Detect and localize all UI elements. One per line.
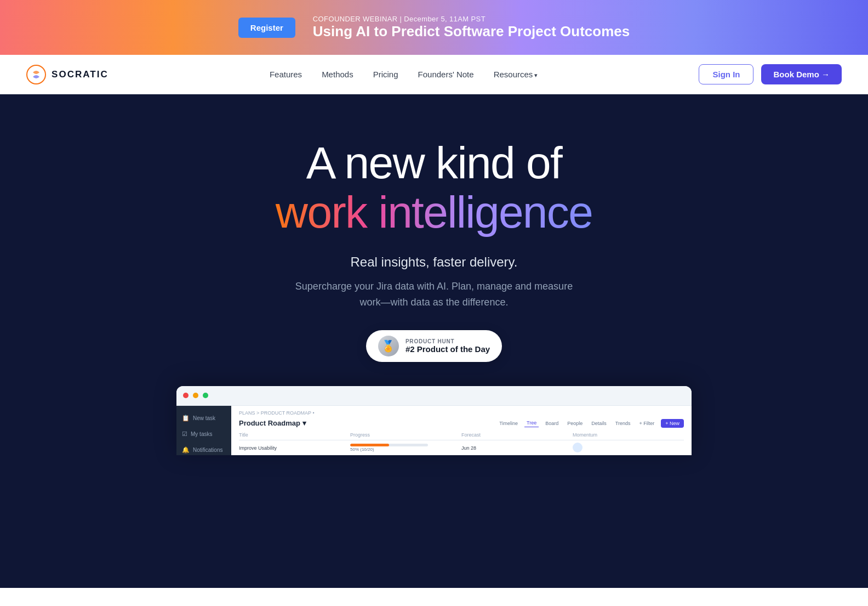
ph-title: #2 Product of the Day: [406, 344, 490, 354]
close-dot: [183, 393, 189, 398]
hero-subheading1: Real insights, faster delivery.: [350, 254, 517, 270]
tab-tree[interactable]: Tree: [524, 419, 539, 427]
app-table-header: Title Progress Forecast Momentum: [239, 432, 684, 440]
register-button[interactable]: Register: [238, 18, 295, 38]
expand-dot: [203, 393, 208, 398]
minimize-dot: [193, 393, 198, 398]
new-task-icon: 📋: [182, 415, 190, 422]
app-view-tabs: Timeline Tree Board People Details Trend…: [497, 419, 684, 428]
book-demo-button[interactable]: Book Demo →: [761, 64, 842, 84]
hero-heading: A new kind of work intelligence: [276, 138, 592, 237]
tab-details[interactable]: Details: [589, 420, 609, 427]
row-momentum: [573, 443, 684, 454]
nav-item-founders-note[interactable]: Founders' Note: [418, 70, 474, 80]
hero-heading-line1: A new kind of: [276, 138, 592, 188]
webinar-meta: COFOUNDER WEBINAR | December 5, 11AM PST: [313, 15, 630, 23]
ph-badge-text: PRODUCT HUNT #2 Product of the Day: [406, 338, 490, 354]
hero-subheading2: Supercharge your Jira data with AI. Plan…: [286, 279, 582, 310]
row-forecast: Jun 28: [461, 445, 573, 451]
tab-timeline[interactable]: Timeline: [497, 420, 520, 427]
app-breadcrumb: PLANS > PRODUCT ROADMAP •: [239, 410, 684, 416]
nav-item-resources[interactable]: Resources: [494, 70, 538, 80]
app-title: Product Roadmap ▾: [239, 419, 306, 427]
col-forecast: Forecast: [461, 432, 573, 438]
signin-button[interactable]: Sign In: [699, 64, 753, 84]
notifications-icon: 🔔: [182, 446, 190, 454]
main-nav: SOCRATIC Features Methods Pricing Founde…: [0, 55, 868, 94]
nav-links: Features Methods Pricing Founders' Note …: [270, 70, 538, 80]
nav-item-methods[interactable]: Methods: [322, 70, 353, 80]
product-hunt-badge[interactable]: 🏅 PRODUCT HUNT #2 Product of the Day: [366, 330, 502, 362]
app-title-row: Product Roadmap ▾ Timeline Tree Board Pe…: [239, 419, 684, 428]
new-item-button[interactable]: + New: [661, 419, 684, 428]
table-row: Improve Usability 50% (10/20) Jun 28: [239, 443, 684, 454]
hero-heading-line2: work intelligence: [276, 188, 592, 237]
svg-point-0: [27, 65, 45, 84]
logo-text: SOCRATIC: [52, 69, 108, 80]
webinar-title: Using AI to Predict Software Project Out…: [313, 23, 630, 40]
hero-section: A new kind of work intelligence Real ins…: [0, 94, 868, 588]
row-title: Improve Usability: [239, 445, 350, 451]
ph-label: PRODUCT HUNT: [406, 338, 490, 344]
col-progress: Progress: [350, 432, 461, 438]
col-title: Title: [239, 432, 350, 438]
row-progress: 50% (10/20): [350, 444, 461, 452]
col-momentum: Momentum: [573, 432, 684, 438]
sidebar-my-tasks-label: My tasks: [191, 431, 212, 437]
app-preview: 📋 New task ☑ My tasks 🔔 Notifications 📊 …: [176, 386, 692, 455]
ph-medal-icon: 🏅: [378, 336, 399, 356]
tab-trends[interactable]: Trends: [613, 420, 633, 427]
tab-board[interactable]: Board: [543, 420, 561, 427]
sidebar-item-new-task[interactable]: 📋 New task: [176, 411, 231, 425]
banner-content: COFOUNDER WEBINAR | December 5, 11AM PST…: [313, 15, 630, 40]
app-topbar: [176, 386, 692, 406]
logo-icon: [26, 65, 46, 84]
nav-item-features[interactable]: Features: [270, 70, 302, 80]
sidebar-item-notifications[interactable]: 🔔 Notifications: [176, 443, 231, 455]
nav-item-pricing[interactable]: Pricing: [373, 70, 398, 80]
nav-actions: Sign In Book Demo →: [699, 64, 842, 84]
sidebar-item-my-tasks[interactable]: ☑ My tasks: [176, 427, 231, 441]
progress-label: 50% (10/20): [350, 447, 374, 452]
app-sidebar: 📋 New task ☑ My tasks 🔔 Notifications 📊 …: [176, 406, 231, 455]
filter-button[interactable]: + Filter: [637, 420, 656, 427]
tab-people[interactable]: People: [565, 420, 585, 427]
progress-bar-wrap: [350, 444, 428, 446]
app-body: 📋 New task ☑ My tasks 🔔 Notifications 📊 …: [176, 406, 692, 455]
sidebar-new-task-label: New task: [193, 415, 215, 421]
sidebar-notifications-label: Notifications: [193, 447, 222, 453]
progress-bar-fill: [350, 444, 389, 446]
logo-link[interactable]: SOCRATIC: [26, 65, 108, 84]
promo-banner: Register COFOUNDER WEBINAR | December 5,…: [0, 0, 868, 55]
app-main-area: PLANS > PRODUCT ROADMAP • Product Roadma…: [231, 406, 692, 455]
my-tasks-icon: ☑: [182, 431, 187, 438]
